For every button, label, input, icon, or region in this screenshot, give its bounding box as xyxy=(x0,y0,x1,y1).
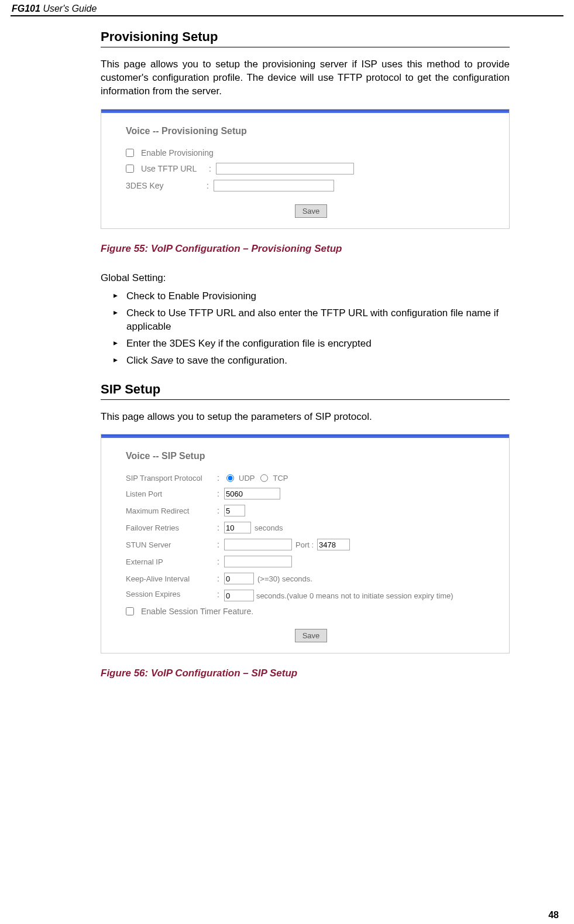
listen-port-input[interactable] xyxy=(224,488,280,499)
des-key-input[interactable] xyxy=(214,180,334,191)
sessexp-unit: seconds.(value 0 means not to initiate s… xyxy=(256,591,453,600)
colon: : xyxy=(217,473,221,482)
tcp-radio[interactable] xyxy=(260,474,268,482)
use-tftp-checkbox[interactable] xyxy=(126,165,134,173)
bullet4-prefix: Click xyxy=(126,355,151,366)
keepalive-unit: (>=30) seconds. xyxy=(257,574,312,583)
figure55-caption: Figure 55: VoIP Configuration – Provisio… xyxy=(101,243,510,255)
sessexp-label: Session Expires xyxy=(126,590,214,599)
bullet4-save-word: Save xyxy=(151,355,174,366)
section2-title: SIP Setup xyxy=(101,382,510,400)
sip-save-button[interactable]: Save xyxy=(295,629,328,642)
max-redirect-row: Maximum Redirect : xyxy=(126,505,496,516)
page: FG101 User's Guide Provisioning Setup Th… xyxy=(0,0,574,924)
sess-timer-row: Enable Session Timer Feature. xyxy=(126,607,496,616)
listen-port-label: Listen Port xyxy=(126,490,214,499)
keepalive-input[interactable] xyxy=(224,573,254,584)
sip-panel: Voice -- SIP Setup SIP Transport Protoco… xyxy=(101,451,509,642)
sip-topbar xyxy=(101,434,509,438)
failover-label: Failover Retries xyxy=(126,523,214,533)
sip-screenshot: Voice -- SIP Setup SIP Transport Protoco… xyxy=(101,434,510,653)
colon: : xyxy=(217,574,221,583)
section1-intro: This page allows you to setup the provis… xyxy=(101,58,510,98)
max-redirect-input[interactable] xyxy=(224,505,245,516)
section2-intro: This page allows you to setup the parame… xyxy=(101,410,510,424)
prov-panel-title: Voice -- Provisioning Setup xyxy=(126,126,496,136)
prov-save-button[interactable]: Save xyxy=(295,204,328,218)
extip-label: External IP xyxy=(126,557,214,567)
colon: : xyxy=(217,489,221,498)
sip-transport-row: SIP Transport Protocol : UDP TCP xyxy=(126,473,496,482)
port-label: Port : xyxy=(295,540,314,549)
bullet-2: Check to Use TFTP URL and also enter the… xyxy=(114,307,510,334)
keepalive-label: Keep-Alive Interval xyxy=(126,574,214,584)
doc-title-strong: FG101 xyxy=(12,4,40,13)
colon: : xyxy=(217,523,221,532)
use-tftp-label: Use TFTP URL xyxy=(141,164,205,173)
extip-input[interactable] xyxy=(224,556,292,567)
bullet-4: Click Save to save the configuration. xyxy=(114,354,510,368)
sessexp-value-wrap: seconds.(value 0 means not to initiate s… xyxy=(224,590,496,601)
enable-session-timer-label: Enable Session Timer Feature. xyxy=(141,607,253,616)
stun-input[interactable] xyxy=(224,539,292,550)
udp-radio[interactable] xyxy=(226,474,234,482)
colon: : xyxy=(209,164,212,173)
tftp-url-input[interactable] xyxy=(216,163,354,174)
prov-save-wrap: Save xyxy=(126,204,496,218)
enable-provisioning-checkbox[interactable] xyxy=(126,149,134,157)
section1-title: Provisioning Setup xyxy=(101,29,510,47)
sip-panel-title: Voice -- SIP Setup xyxy=(126,451,496,461)
des-key-label: 3DES Key xyxy=(126,181,203,190)
provisioning-panel: Voice -- Provisioning Setup Enable Provi… xyxy=(101,126,509,218)
global-setting-heading: Global Setting: xyxy=(101,272,510,284)
sip-save-wrap: Save xyxy=(126,629,496,642)
colon: : xyxy=(217,540,221,549)
bullet4-suffix: to save the configuration. xyxy=(173,355,287,366)
use-tftp-row: Use TFTP URL : xyxy=(126,163,496,174)
bullet-3: Enter the 3DES Key if the configuration … xyxy=(114,337,510,351)
des-key-row: 3DES Key : xyxy=(126,180,496,191)
stun-port-input[interactable] xyxy=(317,539,350,550)
extip-row: External IP : xyxy=(126,556,496,567)
sip-transport-label: SIP Transport Protocol xyxy=(126,474,214,483)
sessexp-input[interactable] xyxy=(224,590,254,601)
doc-title-rest: User's Guide xyxy=(43,4,97,13)
provisioning-screenshot: Voice -- Provisioning Setup Enable Provi… xyxy=(101,109,510,229)
enable-session-timer-checkbox[interactable] xyxy=(126,607,134,615)
bullets-list: Check to Enable Provisioning Check to Us… xyxy=(101,290,510,368)
sessexp-row: Session Expires : seconds.(value 0 means… xyxy=(126,590,496,601)
udp-label: UDP xyxy=(239,474,255,482)
header-doc-title: FG101 User's Guide xyxy=(11,0,563,16)
listen-port-row: Listen Port : xyxy=(126,488,496,499)
failover-input[interactable] xyxy=(224,522,251,533)
failover-row: Failover Retries : seconds xyxy=(126,522,496,533)
figure56-caption: Figure 56: VoIP Configuration – SIP Setu… xyxy=(101,668,510,679)
page-number: 48 xyxy=(548,910,559,920)
colon: : xyxy=(207,181,210,190)
colon: : xyxy=(217,506,221,515)
screenshot-topbar xyxy=(101,109,509,113)
content-area: Provisioning Setup This page allows you … xyxy=(101,29,510,679)
failover-unit: seconds xyxy=(255,523,283,532)
stun-label: STUN Server xyxy=(126,540,214,550)
colon: : xyxy=(217,557,221,566)
colon: : xyxy=(217,590,221,599)
stun-row: STUN Server : Port : xyxy=(126,539,496,550)
enable-provisioning-label: Enable Provisioning xyxy=(141,148,214,158)
max-redirect-label: Maximum Redirect xyxy=(126,507,214,516)
bullet-1: Check to Enable Provisioning xyxy=(114,290,510,303)
tcp-label: TCP xyxy=(273,474,288,482)
enable-prov-row: Enable Provisioning xyxy=(126,148,496,158)
keepalive-row: Keep-Alive Interval : (>=30) seconds. xyxy=(126,573,496,584)
